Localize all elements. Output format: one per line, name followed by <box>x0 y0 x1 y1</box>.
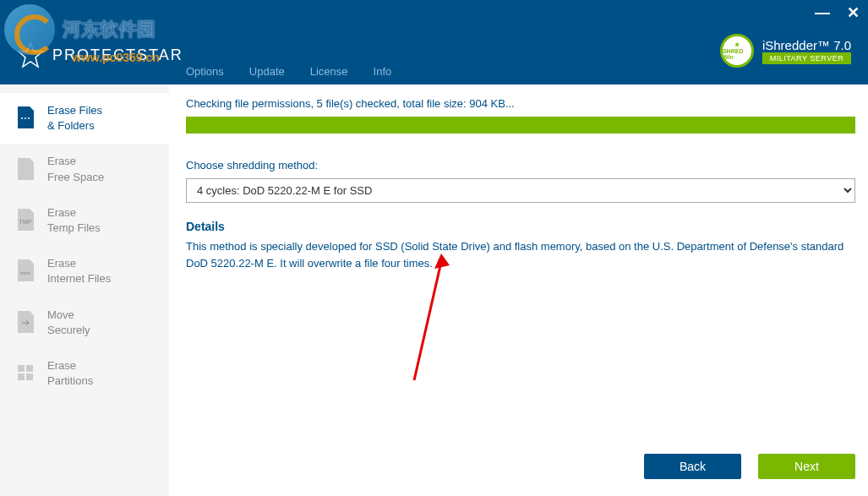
status-text: Checking file permissions, 5 file(s) che… <box>186 97 855 110</box>
main-panel: Checking file permissions, 5 file(s) che… <box>169 84 868 496</box>
sidebar-label: Erase <box>47 257 76 270</box>
sidebar: Erase Files& Folders EraseFree Space TMP… <box>0 84 169 496</box>
menu-options[interactable]: Options <box>186 65 224 78</box>
menu-update[interactable]: Update <box>249 65 285 78</box>
svg-rect-6 <box>18 365 25 372</box>
sidebar-item-partitions[interactable]: ErasePartitions <box>0 348 169 399</box>
sidebar-label: Erase <box>47 155 76 167</box>
shred-medal-icon: ★SHRED Win <box>720 34 754 68</box>
progress-bar <box>186 117 855 134</box>
partitions-icon <box>15 362 35 385</box>
method-label: Choose shredding method: <box>186 159 855 172</box>
shredding-method-dropdown[interactable]: 4 cycles: DoD 5220.22-M E for SSD <box>186 178 855 203</box>
svg-marker-0 <box>19 43 42 67</box>
protectstar-logo-icon <box>17 41 44 68</box>
sidebar-item-move-securely[interactable]: MoveSecurely <box>0 297 169 348</box>
logo-area: PROTECTSTAR <box>17 41 183 68</box>
menu-license[interactable]: License <box>310 65 348 78</box>
file-arrow-icon <box>15 311 35 335</box>
file-tmp-icon: TMP <box>15 209 35 232</box>
svg-rect-7 <box>26 365 33 372</box>
file-html-icon: html <box>15 259 35 283</box>
svg-line-10 <box>414 262 441 380</box>
sidebar-label: Erase <box>47 206 76 219</box>
product-edition: MILITARY SERVER <box>762 52 851 64</box>
svg-rect-8 <box>18 373 25 380</box>
annotation-arrow-icon <box>406 253 456 389</box>
svg-text:TMP: TMP <box>19 219 32 225</box>
sidebar-label: Erase <box>47 359 76 372</box>
svg-point-1 <box>21 117 23 119</box>
sidebar-label: Erase Files <box>47 104 102 117</box>
next-button[interactable]: Next <box>758 454 855 479</box>
product-name: iShredder™ 7.0 <box>762 38 851 52</box>
header: PROTECTSTAR Options Update License Info … <box>0 25 868 84</box>
menu-info[interactable]: Info <box>374 65 392 78</box>
sidebar-label: Move <box>47 308 74 321</box>
product-badge: ★SHRED Win iShredder™ 7.0 MILITARY SERVE… <box>720 34 851 68</box>
back-button[interactable]: Back <box>644 454 741 479</box>
svg-point-3 <box>28 117 30 119</box>
file-icon <box>15 158 35 182</box>
svg-rect-9 <box>26 373 33 380</box>
sidebar-item-erase-files[interactable]: Erase Files& Folders <box>0 93 169 144</box>
brand-name: PROTECTSTAR <box>52 46 183 64</box>
svg-point-2 <box>25 117 26 119</box>
menu-bar: Options Update License Info <box>186 65 391 78</box>
button-bar: Back Next <box>644 454 855 479</box>
svg-text:html: html <box>20 270 30 275</box>
titlebar: — ✕ <box>0 0 868 25</box>
sidebar-item-temp-files[interactable]: TMP EraseTemp Files <box>0 195 169 246</box>
close-button[interactable]: ✕ <box>847 3 860 22</box>
minimize-button[interactable]: — <box>815 4 830 22</box>
sidebar-item-internet-files[interactable]: html EraseInternet Files <box>0 246 169 297</box>
details-heading: Details <box>186 220 855 233</box>
file-dots-icon <box>15 106 35 130</box>
sidebar-item-free-space[interactable]: EraseFree Space <box>0 144 169 194</box>
details-text: This method is specially developed for S… <box>186 238 855 271</box>
